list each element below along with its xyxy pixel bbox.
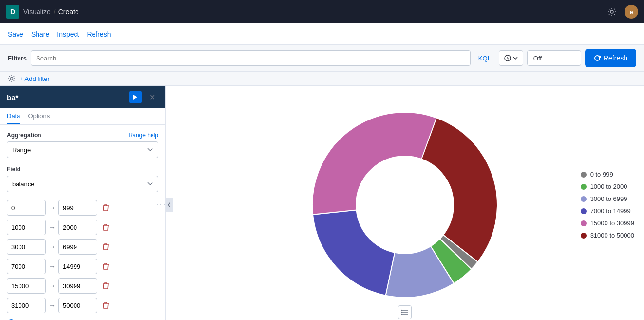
gear-icon[interactable] — [605, 5, 619, 19]
range-to-input[interactable] — [58, 220, 97, 235]
app-icon: D — [6, 5, 19, 19]
share-button[interactable]: Share — [31, 28, 49, 40]
refresh-blue-button[interactable]: Refresh — [585, 49, 636, 67]
range-arrow-icon: → — [49, 301, 56, 309]
panel-header: ba* ✕ — [0, 86, 165, 108]
svg-point-2 — [11, 78, 13, 80]
save-button[interactable]: Save — [8, 28, 23, 40]
inspect-button[interactable]: Inspect — [57, 28, 79, 40]
range-arrow-icon: → — [49, 204, 56, 212]
range-arrow-icon: → — [49, 223, 56, 231]
time-picker-button[interactable] — [499, 50, 523, 66]
range-row: → — [7, 278, 158, 294]
chart-area: ⋮ 0 to 999 1000 to 2000 3000 to 6999 700… — [166, 86, 644, 320]
range-row: → — [7, 220, 158, 235]
panel-run-button[interactable] — [129, 91, 142, 103]
legend-label: 7000 to 14999 — [590, 207, 631, 215]
panel-close-button[interactable]: ✕ — [146, 91, 158, 103]
range-delete-button[interactable] — [100, 301, 111, 309]
range-arrow-icon: → — [49, 282, 56, 290]
range-from-input[interactable] — [7, 239, 46, 255]
range-row: → — [7, 298, 158, 313]
range-from-input[interactable] — [7, 278, 46, 294]
range-from-input[interactable] — [7, 259, 46, 274]
legend-item: 0 to 999 — [581, 171, 634, 178]
field-section: Field balance — [7, 166, 158, 192]
legend-color-dot — [581, 233, 587, 239]
breadcrumb-separator: / — [54, 8, 56, 16]
add-range-button[interactable]: + Add range — [7, 317, 48, 320]
legend-item: 1000 to 2000 — [581, 183, 634, 190]
breadcrumb-current: Create — [58, 8, 79, 16]
list-view-button[interactable] — [398, 305, 412, 319]
range-row: → — [7, 200, 158, 216]
range-to-input[interactable] — [58, 200, 97, 216]
add-filter-row: + Add filter — [0, 72, 644, 86]
panel-body: Aggregation Range help Range Field balan… — [0, 125, 165, 320]
range-row: → — [7, 239, 158, 255]
svg-point-3 — [402, 310, 402, 311]
avatar[interactable]: e — [625, 5, 638, 19]
legend-label: 0 to 999 — [590, 171, 613, 178]
svg-point-5 — [402, 314, 402, 315]
field-select[interactable]: balance — [7, 176, 158, 192]
range-arrow-icon: → — [49, 243, 56, 251]
aggregation-section: Aggregation Range help Range — [7, 132, 158, 158]
donut-segment[interactable] — [313, 210, 395, 295]
donut-chart — [298, 98, 512, 312]
field-label: Field — [7, 166, 158, 173]
search-input[interactable] — [31, 50, 471, 66]
svg-point-4 — [402, 312, 402, 313]
settings-icon[interactable] — [8, 75, 16, 82]
range-rows: → → → → — [7, 200, 158, 313]
top-nav-right: e — [605, 5, 638, 19]
time-range-display: Off — [527, 50, 581, 66]
donut-svg — [298, 98, 512, 312]
legend-color-dot — [581, 196, 587, 202]
legend-color-dot — [581, 220, 587, 226]
secondary-toolbar: Save Share Inspect Refresh — [0, 23, 644, 45]
range-arrow-icon: → — [49, 262, 56, 270]
breadcrumb-parent[interactable]: Visualize — [23, 8, 51, 16]
top-navigation: D Visualize / Create e — [0, 0, 644, 23]
range-delete-button[interactable] — [100, 282, 111, 290]
filter-bar: Filters KQL Off Refresh — [0, 45, 644, 72]
legend-color-dot — [581, 184, 587, 190]
range-delete-button[interactable] — [100, 204, 111, 212]
legend-label: 15000 to 30999 — [590, 220, 634, 227]
aggregation-select[interactable]: Range — [7, 141, 158, 158]
tab-options[interactable]: Options — [28, 108, 50, 124]
range-help-link[interactable]: Range help — [129, 132, 158, 139]
kql-button[interactable]: KQL — [474, 55, 495, 62]
legend-label: 31000 to 50000 — [590, 232, 634, 239]
tab-data[interactable]: Data — [7, 108, 20, 124]
range-from-input[interactable] — [7, 200, 46, 216]
range-row: → — [7, 259, 158, 274]
panel-tabs: Data Options — [0, 108, 165, 125]
aggregation-label: Aggregation Range help — [7, 132, 158, 139]
refresh-blue-label: Refresh — [604, 54, 627, 62]
donut-segment[interactable] — [312, 112, 436, 215]
legend-label: 1000 to 2000 — [590, 183, 627, 190]
breadcrumb: Visualize / Create — [23, 8, 79, 16]
legend-item: 31000 to 50000 — [581, 232, 634, 239]
legend-color-dot — [581, 208, 587, 214]
legend-item: 15000 to 30999 — [581, 220, 634, 227]
range-delete-button[interactable] — [100, 243, 111, 251]
add-filter-button[interactable]: + Add filter — [19, 75, 50, 82]
range-delete-button[interactable] — [100, 223, 111, 231]
refresh-button[interactable]: Refresh — [87, 28, 111, 40]
range-delete-button[interactable] — [100, 262, 111, 270]
range-from-input[interactable] — [7, 298, 46, 313]
range-from-input[interactable] — [7, 220, 46, 235]
legend-color-dot — [581, 172, 587, 178]
range-to-input[interactable] — [58, 259, 97, 274]
chart-legend: 0 to 999 1000 to 2000 3000 to 6999 7000 … — [581, 171, 634, 239]
collapse-panel-button[interactable] — [165, 198, 173, 212]
range-to-input[interactable] — [58, 298, 97, 313]
svg-point-0 — [610, 10, 613, 13]
range-to-input[interactable] — [58, 239, 97, 255]
panel-title: ba* — [7, 93, 18, 101]
range-to-input[interactable] — [58, 278, 97, 294]
left-panel: ba* ✕ Data Options Aggregation Range hel… — [0, 86, 166, 320]
